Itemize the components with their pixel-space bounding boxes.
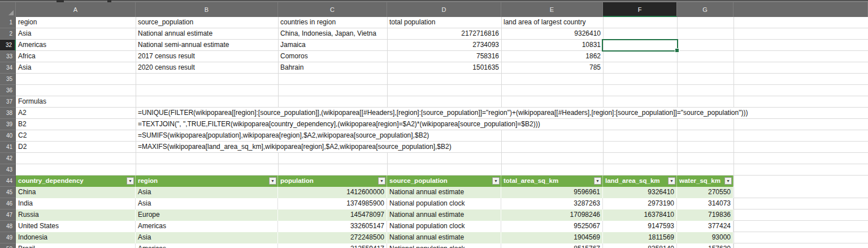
cell-B40[interactable]: =SUMIFS(wikipoparea[population],wikipopa…	[136, 130, 431, 141]
row-header[interactable]: 33	[0, 51, 16, 62]
row-header[interactable]: 37	[0, 96, 16, 108]
row-header[interactable]: 34	[0, 62, 16, 74]
table-cell[interactable]: National annual estimate	[387, 232, 501, 243]
table-cell[interactable]: Europe	[136, 209, 278, 221]
cell-A33[interactable]: Africa	[16, 51, 136, 62]
table-cell[interactable]: United States	[16, 221, 136, 232]
row-header[interactable]: 40	[0, 130, 16, 142]
cell-A40[interactable]: C2	[16, 130, 136, 142]
row-header[interactable]: 2	[0, 28, 16, 40]
table-cell[interactable]: 8358140	[603, 243, 677, 248]
cell-B41[interactable]: =MAXIFS(wikipoparea[land_area_sq_km],wik…	[136, 142, 453, 152]
row-header[interactable]: 45	[0, 187, 16, 198]
table-cell[interactable]: 8515767	[501, 243, 603, 248]
column-header-a[interactable]: A	[16, 2, 136, 17]
column-header-f[interactable]: F	[603, 2, 677, 17]
cell-B32[interactable]: National semi-annual estimate	[136, 40, 278, 51]
table-header-cell[interactable]: water_sq_km ▼	[677, 176, 734, 187]
table-cell[interactable]: National annual estimate	[387, 209, 501, 221]
filter-button[interactable]: ▼	[668, 177, 675, 185]
row-header[interactable]: 44	[0, 176, 16, 187]
table-cell[interactable]: 93000	[677, 232, 734, 243]
cell-A34[interactable]: Asia	[16, 62, 136, 74]
active-cell[interactable]	[602, 39, 678, 52]
table-cell[interactable]: Asia	[136, 187, 278, 198]
filter-button[interactable]: ▼	[594, 177, 601, 185]
table-cell[interactable]: Russia	[16, 209, 136, 221]
cell-A41[interactable]: D2	[16, 142, 136, 153]
row-header[interactable]: 50	[0, 243, 16, 248]
row-header[interactable]: 39	[0, 119, 16, 130]
filter-button[interactable]: ▼	[492, 177, 500, 185]
table-cell[interactable]: India	[16, 198, 136, 209]
table-cell[interactable]: Asia	[136, 198, 278, 209]
filter-button[interactable]: ▼	[724, 177, 732, 185]
cell-E32[interactable]: 10831	[501, 40, 603, 51]
row-header[interactable]: 43	[0, 164, 16, 176]
table-header-cell[interactable]: land_area_sq_km ▼	[603, 176, 677, 187]
table-cell[interactable]: Indonesia	[16, 232, 136, 243]
cell-E33[interactable]: 1862	[501, 51, 603, 62]
table-cell[interactable]: National population clock	[387, 243, 501, 248]
table-cell[interactable]: 157630	[677, 243, 734, 248]
cell-A38[interactable]: A2	[16, 108, 136, 119]
row-header[interactable]: 35	[0, 74, 16, 85]
cell-E34[interactable]: 785	[501, 62, 603, 74]
table-cell[interactable]: China	[16, 187, 136, 198]
column-header-e[interactable]: E	[501, 2, 603, 17]
table-cell[interactable]: 9147593	[603, 221, 677, 232]
table-cell[interactable]: National population clock	[387, 221, 501, 232]
cell-A32[interactable]: Americas	[16, 40, 136, 51]
cell-A39[interactable]: B2	[16, 119, 136, 130]
row-header[interactable]: 48	[0, 221, 16, 232]
column-header-b[interactable]: B	[136, 2, 278, 17]
column-header-g[interactable]: G	[677, 2, 734, 17]
table-cell[interactable]: 1412600000	[278, 187, 387, 198]
table-cell[interactable]: National population clock	[387, 198, 501, 209]
table-cell[interactable]: Brazil	[16, 243, 136, 248]
cell-D34[interactable]: 1501635	[387, 62, 501, 74]
cell-D32[interactable]: 2734093	[387, 40, 501, 51]
cell-B1[interactable]: source_population	[136, 17, 278, 28]
table-cell[interactable]: 17098246	[501, 209, 603, 221]
cell-C1[interactable]: countries in region	[278, 17, 387, 28]
cell-B34[interactable]: 2020 census result	[136, 62, 278, 74]
cell-B38[interactable]: =UNIQUE(FILTER(wikipoparea[[region]:[sou…	[136, 108, 749, 118]
table-cell[interactable]: 314073	[677, 198, 734, 209]
cell-A37[interactable]: Formulas	[16, 96, 136, 108]
select-all-button[interactable]	[0, 2, 16, 17]
table-cell[interactable]: Americas	[136, 221, 278, 232]
row-header[interactable]: 36	[0, 85, 16, 96]
filter-button[interactable]: ▼	[378, 177, 385, 185]
cell-D33[interactable]: 758316	[387, 51, 501, 62]
cell-B2[interactable]: National annual estimate	[136, 28, 278, 40]
row-header[interactable]: 38	[0, 108, 16, 119]
fill-handle[interactable]	[675, 48, 679, 53]
table-cell[interactable]: 1374985900	[278, 198, 387, 209]
cell-C32[interactable]: Jamaica	[278, 40, 387, 51]
row-header[interactable]: 32	[0, 40, 16, 51]
table-cell[interactable]: 145478097	[278, 209, 387, 221]
table-cell[interactable]: National annual estimate	[387, 187, 501, 198]
column-header-d[interactable]: D	[387, 2, 501, 17]
table-cell[interactable]: 9596961	[501, 187, 603, 198]
filter-button[interactable]: ▼	[269, 177, 276, 185]
cell-E2[interactable]: 9326410	[501, 28, 603, 40]
table-header-cell[interactable]: total_area_sq_km ▼	[501, 176, 603, 187]
row-header[interactable]: 41	[0, 142, 16, 153]
table-cell[interactable]: 719836	[677, 209, 734, 221]
row-header[interactable]: 47	[0, 209, 16, 221]
cell-B39[interactable]: =TEXTJOIN(", ",TRUE,FILTER(wikipoparea[c…	[136, 119, 542, 130]
table-header-cell[interactable]: region ▼	[136, 176, 278, 187]
table-cell[interactable]: 270550	[677, 187, 734, 198]
table-cell[interactable]: 9525067	[501, 221, 603, 232]
cell-E1[interactable]: land area of largest country	[501, 17, 603, 28]
cell-A1[interactable]: region	[16, 17, 136, 28]
cell-D1[interactable]: total population	[387, 17, 501, 28]
cell-B33[interactable]: 2017 census result	[136, 51, 278, 62]
row-header[interactable]: 1	[0, 17, 16, 28]
table-cell[interactable]: Asia	[136, 232, 278, 243]
column-header-c[interactable]: C	[278, 2, 387, 17]
table-cell[interactable]: 3287263	[501, 198, 603, 209]
table-header-cell[interactable]: population ▼	[278, 176, 387, 187]
